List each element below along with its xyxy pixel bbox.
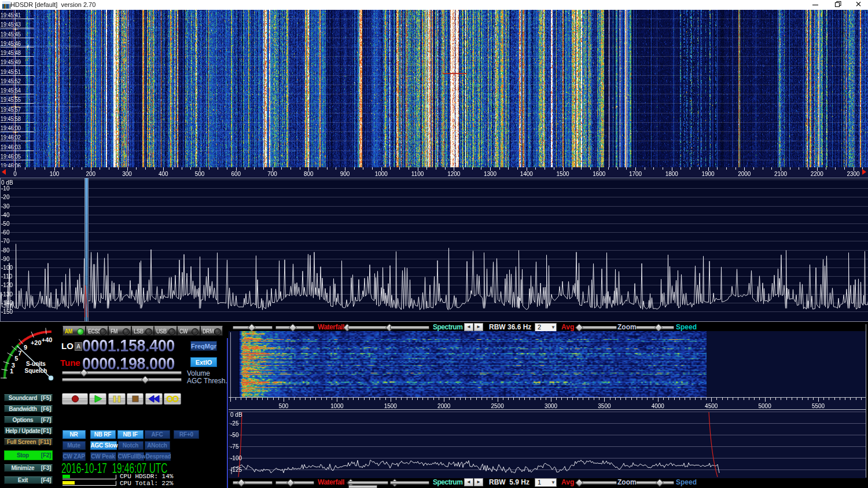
svg-text:3: 3: [12, 362, 15, 369]
svg-text:7: 7: [18, 350, 21, 357]
svg-text:9: 9: [24, 344, 27, 351]
svg-text:+40: +40: [42, 336, 53, 343]
svg-text:+20: +20: [31, 339, 42, 346]
svg-text:1: 1: [10, 368, 13, 375]
